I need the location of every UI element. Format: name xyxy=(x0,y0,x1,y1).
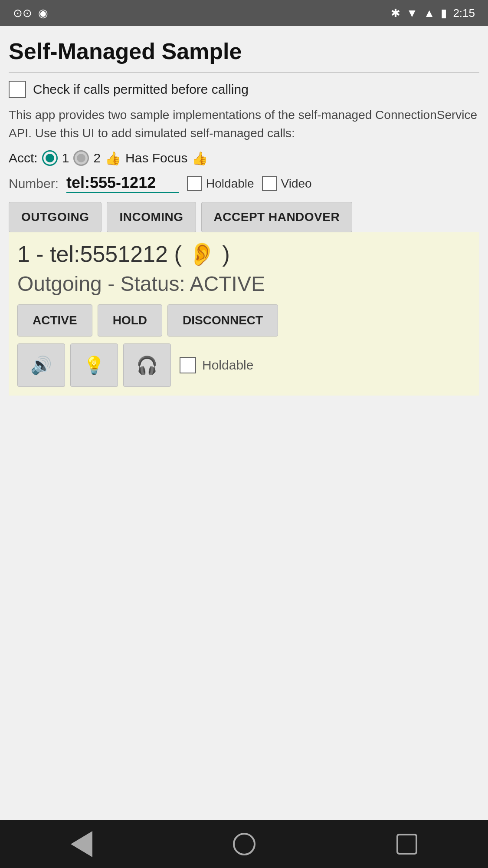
number-row: Number: Holdable Video xyxy=(9,174,479,193)
action-buttons-row: OUTGOING INCOMING ACCEPT HANDOVER xyxy=(9,202,479,232)
holdable-checkbox-card[interactable] xyxy=(180,357,196,373)
holdable-label-top: Holdable xyxy=(206,177,254,191)
voicemail-icon: ⊙⊙ xyxy=(13,7,32,20)
active-button[interactable]: ACTIVE xyxy=(17,304,92,337)
main-content: Self-Managed Sample Check if calls permi… xyxy=(0,26,488,820)
acct2-radio-inner xyxy=(77,154,85,162)
bulb-icon: 💡 xyxy=(83,355,105,376)
video-row: Video xyxy=(262,176,312,191)
acct2-number: 2 xyxy=(93,151,101,165)
video-label: Video xyxy=(281,177,312,191)
hold-button[interactable]: HOLD xyxy=(98,304,162,337)
recent-button[interactable] xyxy=(392,829,422,859)
calls-permitted-row[interactable]: Check if calls permitted before calling xyxy=(9,81,479,98)
speaker-icon: 🔊 xyxy=(30,355,52,376)
title-divider xyxy=(9,72,479,73)
time-display: 2:15 xyxy=(453,7,475,20)
outgoing-button[interactable]: OUTGOING xyxy=(9,202,102,232)
thumbsup2-icon: 👍 xyxy=(192,151,208,166)
status-bar-right: ✱ ▼ ▲ ▮ 2:15 xyxy=(391,7,475,20)
headphones-icon: 🎧 xyxy=(136,355,158,376)
speaker-button[interactable]: 🔊 xyxy=(17,343,65,387)
acct1-radio-inner xyxy=(46,154,54,162)
thumbsup1-icon: 👍 xyxy=(105,151,121,166)
video-checkbox[interactable] xyxy=(262,176,277,191)
incoming-button[interactable]: INCOMING xyxy=(107,202,196,232)
icon-buttons-row: 🔊 💡 🎧 Holdable xyxy=(17,343,471,387)
signal-icon: ▲ xyxy=(424,7,435,20)
disconnect-button[interactable]: DISCONNECT xyxy=(167,304,278,337)
app-title: Self-Managed Sample xyxy=(9,38,479,64)
bottom-nav xyxy=(0,820,488,868)
account-row: Acct: 1 2 👍 Has Focus 👍 xyxy=(9,150,479,166)
call-title: 1 - tel:5551212 ( 👂 ) xyxy=(17,241,471,267)
acct-label: Acct: xyxy=(9,151,38,165)
home-button[interactable] xyxy=(229,829,259,859)
app-description: This app provides two sample implementat… xyxy=(9,106,479,142)
number-input[interactable] xyxy=(66,174,179,193)
call-card: 1 - tel:5551212 ( 👂 ) Outgoing - Status:… xyxy=(9,232,479,396)
number-label: Number: xyxy=(9,176,59,191)
wifi-icon: ▼ xyxy=(406,7,418,20)
home-icon xyxy=(233,833,255,855)
bluetooth-icon: ✱ xyxy=(391,7,400,20)
recent-icon xyxy=(396,834,417,855)
call-action-row: ACTIVE HOLD DISCONNECT xyxy=(17,304,471,337)
status-bar-left: ⊙⊙ ◉ xyxy=(13,7,48,20)
holdable-checkbox-top[interactable] xyxy=(187,176,202,191)
status-bar: ⊙⊙ ◉ ✱ ▼ ▲ ▮ 2:15 xyxy=(0,0,488,26)
calls-permitted-checkbox[interactable] xyxy=(9,81,26,98)
sync-icon: ◉ xyxy=(38,7,48,20)
headphones-button[interactable]: 🎧 xyxy=(123,343,171,387)
holdable-row-top: Holdable xyxy=(187,176,254,191)
battery-icon: ▮ xyxy=(441,7,447,20)
bulb-button[interactable]: 💡 xyxy=(70,343,118,387)
has-focus-label: Has Focus xyxy=(125,151,187,165)
calls-permitted-label: Check if calls permitted before calling xyxy=(33,82,249,97)
holdable-label-card: Holdable xyxy=(202,358,253,373)
acct2-radio[interactable] xyxy=(73,150,89,166)
back-button[interactable] xyxy=(66,829,97,859)
call-status: Outgoing - Status: ACTIVE xyxy=(17,272,471,296)
acct1-number: 1 xyxy=(62,151,69,165)
acct1-radio[interactable] xyxy=(42,150,58,166)
back-icon xyxy=(71,831,92,857)
holdable-row-card: Holdable xyxy=(180,357,253,373)
accept-handover-button[interactable]: ACCEPT HANDOVER xyxy=(201,202,353,232)
